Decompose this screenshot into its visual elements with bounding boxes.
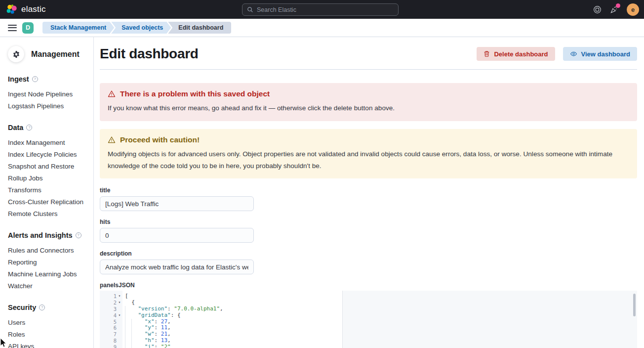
breadcrumb-saved-objects[interactable]: Saved objects (111, 22, 171, 34)
space-badge[interactable]: D (22, 22, 34, 34)
sidebar-item-api-keys[interactable]: API keys (8, 340, 89, 348)
delete-dashboard-button[interactable]: Delete dashboard (477, 47, 555, 61)
top-header: elastic e (0, 0, 644, 19)
view-dashboard-button[interactable]: View dashboard (563, 47, 637, 61)
error-callout-title: There is a problem with this saved objec… (120, 89, 270, 98)
elastic-home-link[interactable]: elastic (6, 4, 46, 15)
search-input[interactable] (257, 6, 394, 13)
error-callout: There is a problem with this saved objec… (100, 83, 637, 121)
editor-scrollbar[interactable] (633, 294, 636, 316)
sidebar-nav: Ingest?Ingest Node PipelinesLogstash Pip… (8, 75, 89, 348)
line-number: 6 (100, 325, 122, 331)
breadcrumb-edit-dashboard: Edit dashboard (168, 22, 231, 34)
sidebar-item-rules-and-connectors[interactable]: Rules and Connectors (8, 244, 89, 256)
warning-callout: Proceed with caution! Modifying objects … (100, 129, 637, 179)
line-number: 5 (100, 319, 122, 325)
hits-field-label: hits (100, 218, 637, 225)
question-circle-icon[interactable]: ? (39, 304, 45, 310)
sidebar-item-reporting[interactable]: Reporting (8, 256, 89, 268)
warning-callout-title: Proceed with caution! (120, 135, 200, 144)
question-circle-icon[interactable]: ? (26, 125, 32, 130)
sidebar-item-watcher[interactable]: Watcher (8, 280, 89, 292)
brand-name: elastic (21, 4, 46, 14)
sidebar-item-users[interactable]: Users (8, 316, 89, 328)
code-line: 9 "i": "2" (100, 344, 637, 348)
line-number: 3 (100, 306, 122, 312)
code-line: 1▾[ (100, 293, 637, 300)
user-avatar[interactable]: e (627, 3, 639, 16)
notification-dot (616, 3, 620, 8)
line-number: 7 (100, 331, 122, 338)
breadcrumbs: Stack ManagementSaved objectsEdit dashbo… (42, 22, 231, 34)
description-field-label: description (100, 250, 637, 257)
fold-arrow-icon[interactable]: ▾ (117, 312, 122, 319)
code-line: 4▾ "gridData": { (100, 312, 637, 319)
sidebar-item-ingest-node-pipelines[interactable]: Ingest Node Pipelines (8, 88, 89, 100)
panelsjson-editor[interactable]: 1▾[2▾ {3 "version": "7.0.0-alpha1",4▾ "g… (100, 291, 637, 348)
sidebar-item-logstash-pipelines[interactable]: Logstash Pipelines (8, 100, 89, 112)
sidebar-section-data: Data? (8, 124, 89, 131)
sidebar-item-remote-clusters[interactable]: Remote Clusters (8, 208, 89, 219)
sidebar-item-index-management[interactable]: Index Management (8, 136, 89, 148)
help-icon[interactable] (593, 5, 602, 14)
code-line: 7 "w": 21, (100, 331, 637, 338)
elastic-logo-icon (6, 4, 17, 15)
trash-icon (483, 50, 490, 57)
breadcrumb-bar: D Stack ManagementSaved objectsEdit dash… (0, 19, 644, 37)
page-title: Edit dashboard (100, 46, 477, 62)
alert-triangle-icon (108, 136, 116, 144)
global-search[interactable] (242, 3, 399, 16)
section-label: Security (8, 304, 36, 311)
hits-field-input[interactable] (100, 228, 254, 243)
line-number: 1▾ (100, 293, 122, 300)
management-sidebar: Management Ingest?Ingest Node PipelinesL… (0, 37, 94, 348)
breadcrumb-stack-management[interactable]: Stack Management (42, 22, 114, 34)
sidebar-item-cross-cluster-replication[interactable]: Cross-Cluster Replication (8, 196, 89, 208)
section-label: Alerts and Insights (8, 231, 73, 239)
line-number: 4▾ (100, 312, 122, 319)
question-circle-icon[interactable]: ? (32, 76, 38, 82)
title-divider (100, 69, 637, 70)
code-line: 8 "h": 13, (100, 338, 637, 344)
description-field-input[interactable] (100, 260, 254, 274)
menu-icon[interactable] (8, 25, 17, 31)
sidebar-title: Management (31, 50, 80, 59)
mouse-cursor (0, 338, 7, 348)
search-icon (247, 6, 253, 13)
section-label: Ingest (8, 75, 29, 83)
warning-callout-body: Modifying objects is for advanced users … (108, 148, 629, 172)
panelsjson-label: panelsJSON (100, 282, 637, 289)
sidebar-item-transforms[interactable]: Transforms (8, 184, 89, 196)
newsfeed-icon[interactable] (610, 5, 618, 14)
title-field-input[interactable] (100, 196, 254, 211)
sidebar-section-security: Security? (8, 304, 89, 311)
question-circle-icon[interactable]: ? (76, 232, 81, 238)
line-number: 8 (100, 338, 122, 344)
fold-arrow-icon[interactable]: ▾ (117, 300, 122, 306)
sidebar-item-roles[interactable]: Roles (8, 328, 89, 340)
code-line: 5 "x": 27, (100, 319, 637, 325)
code-line: 6 "y": 11, (100, 325, 637, 331)
gear-icon (8, 46, 24, 62)
main-content: Edit dashboard Delete dashboard (94, 37, 644, 348)
sidebar-section-alerts-and-insights: Alerts and Insights? (8, 231, 89, 239)
code-lines: 1▾[2▾ {3 "version": "7.0.0-alpha1",4▾ "g… (100, 291, 637, 348)
section-label: Data (8, 124, 23, 131)
sidebar-item-index-lifecycle-policies[interactable]: Index Lifecycle Policies (8, 148, 89, 160)
sidebar-item-machine-learning-jobs[interactable]: Machine Learning Jobs (8, 268, 89, 280)
sidebar-section-ingest: Ingest? (8, 75, 89, 83)
eye-icon (570, 50, 577, 57)
title-field-label: title (100, 187, 637, 194)
line-number: 9 (100, 344, 122, 348)
line-number: 2▾ (100, 300, 122, 306)
sidebar-item-rollup-jobs[interactable]: Rollup Jobs (8, 172, 89, 184)
error-callout-body: If you know what this error means, go ah… (108, 102, 629, 114)
alert-triangle-icon (108, 90, 116, 98)
sidebar-item-snapshot-and-restore[interactable]: Snapshot and Restore (8, 160, 89, 172)
fold-arrow-icon[interactable]: ▾ (117, 293, 122, 300)
